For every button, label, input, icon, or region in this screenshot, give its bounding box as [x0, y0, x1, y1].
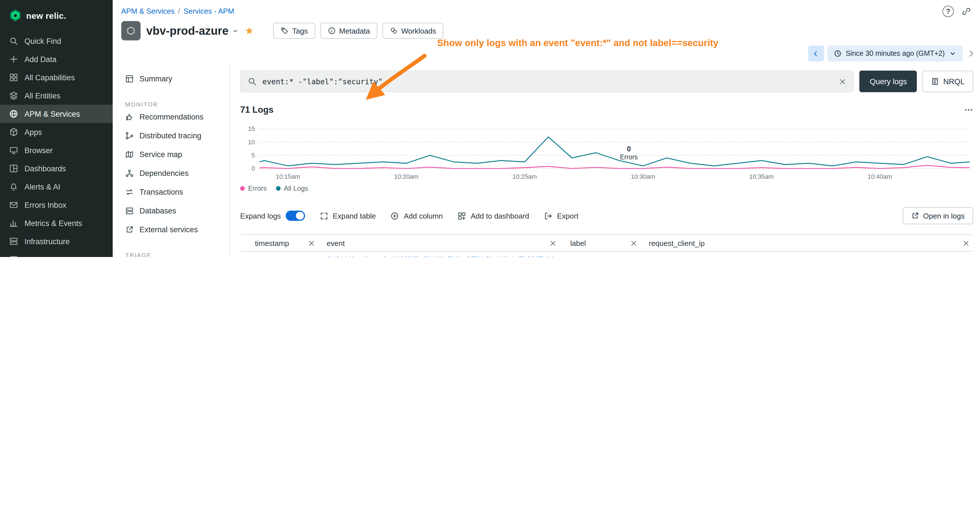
- subnav-section-label: MONITOR: [119, 95, 224, 108]
- logs-count-title: 71 Logs: [240, 105, 274, 115]
- svg-text:10:15am: 10:15am: [276, 173, 300, 180]
- permalink-icon[interactable]: [962, 7, 971, 16]
- time-range-button[interactable]: Since 30 minutes ago (GMT+2): [827, 46, 963, 62]
- clear-query-icon[interactable]: [839, 78, 846, 85]
- svg-text:15: 15: [248, 125, 255, 132]
- time-back-button[interactable]: [808, 46, 824, 62]
- svg-text:10:30am: 10:30am: [631, 173, 655, 180]
- legend-item[interactable]: All Logs: [276, 185, 308, 193]
- sidebar-item[interactable]: All Capabilities: [0, 68, 113, 86]
- more-options-icon[interactable]: [964, 105, 973, 115]
- subnav-item-label: Summary: [140, 75, 172, 83]
- favorite-star-icon[interactable]: [245, 26, 254, 35]
- export-button[interactable]: Export: [544, 212, 579, 220]
- column-header-timestamp: timestamp: [255, 239, 289, 247]
- swap-icon: [125, 188, 134, 196]
- open-in-logs-button[interactable]: Open in logs: [903, 207, 973, 224]
- log-query-input[interactable]: [262, 77, 833, 86]
- breadcrumb: APM & Services / Services - APM: [121, 7, 972, 15]
- log-row[interactable]: JUQVU&code=eyJraWQiOiJjcGltY29yZV8wOTl1M…: [240, 251, 973, 257]
- breadcrumb-separator: /: [178, 7, 180, 15]
- entity-action-button[interactable]: Tags: [274, 23, 315, 39]
- sidebar-item[interactable]: Quick Find: [0, 32, 113, 50]
- time-forward-button[interactable]: [966, 49, 975, 58]
- new-relic-logo-icon: [9, 9, 22, 22]
- logs-icon: [9, 255, 18, 257]
- subnav-item[interactable]: External services: [119, 220, 224, 239]
- remove-column-icon[interactable]: [549, 239, 557, 247]
- sidebar-item[interactable]: Infrastructure: [0, 232, 113, 250]
- expand-logs-toggle[interactable]: Expand logs: [240, 211, 305, 221]
- server-icon: [9, 237, 18, 246]
- deps-icon: [125, 169, 134, 178]
- remove-column-icon[interactable]: [963, 239, 970, 247]
- search-icon: [248, 77, 257, 86]
- sidebar-item-label: All Entities: [24, 91, 60, 100]
- entity-action-button[interactable]: Workloads: [382, 23, 443, 39]
- dark-sidebar: new relic. Quick Find Add Data All: [0, 0, 113, 257]
- sidebar-item[interactable]: Apps: [0, 123, 113, 141]
- sidebar-item-label: All Capabilities: [24, 73, 75, 82]
- legend-item[interactable]: Errors: [240, 185, 267, 193]
- grid-icon: [9, 73, 18, 82]
- log-event-link[interactable]: JUQVU&code=eyJraWQiOiJjcGltY29yZV8wOTl1M…: [327, 256, 556, 257]
- logs-timeseries-chart: 05101510:15am10:20am10:25am10:30am10:35a…: [240, 121, 973, 180]
- subnav-item[interactable]: Transactions: [119, 183, 224, 202]
- query-bar: Query logs NRQL: [240, 71, 973, 92]
- add-to-dashboard-button[interactable]: Add to dashboard: [458, 212, 529, 220]
- expand-table-button[interactable]: Expand table: [320, 212, 376, 220]
- subnav-item-label: Transactions: [140, 188, 183, 196]
- sidebar-item[interactable]: All Entities: [0, 86, 113, 105]
- log-search-box: [240, 71, 854, 92]
- header-top-icons: ?: [942, 6, 971, 17]
- sidebar-item[interactable]: Browser: [0, 141, 113, 159]
- subnav-item[interactable]: Dependencies: [119, 164, 224, 183]
- time-picker: Since 30 minutes ago (GMT+2): [808, 46, 975, 62]
- entity-name-dropdown[interactable]: vbv-prod-azure: [146, 24, 239, 37]
- sidebar-item[interactable]: Errors Inbox: [0, 196, 113, 214]
- sidebar-item[interactable]: Dashboards: [0, 159, 113, 178]
- subnav-item[interactable]: Summary: [119, 70, 224, 88]
- time-range-label: Since 30 minutes ago (GMT+2): [846, 49, 945, 57]
- entity-header: APM & Services / Services - APM ? vbv-pr…: [113, 0, 980, 63]
- subnav-item-label: External services: [140, 225, 198, 234]
- sidebar-item[interactable]: Metrics & Events: [0, 214, 113, 232]
- subnav-item[interactable]: Recommendations: [119, 108, 224, 126]
- new-relic-logo-text: new relic.: [26, 11, 66, 20]
- remove-column-icon[interactable]: [630, 239, 637, 247]
- add-column-button[interactable]: Add column: [391, 212, 443, 220]
- svg-text:5: 5: [251, 152, 255, 159]
- logs-content: Query logs NRQL 71 Logs 05101510:15am10:…: [230, 63, 980, 257]
- sidebar-item[interactable]: Add Data: [0, 50, 113, 68]
- breadcrumb-services-apm[interactable]: Services - APM: [183, 7, 234, 15]
- subnav-item[interactable]: Distributed tracing: [119, 126, 224, 145]
- mail-icon: [9, 201, 18, 210]
- entity-subnav: Summary MONITOR Recommendations: [113, 63, 230, 257]
- breadcrumb-apm-services[interactable]: APM & Services: [121, 7, 175, 15]
- sidebar-item[interactable]: APM & Services: [0, 105, 113, 123]
- tag-icon: [281, 27, 289, 35]
- layers-icon: [9, 91, 18, 100]
- svg-text:10:20am: 10:20am: [394, 173, 418, 180]
- rings-icon: [390, 27, 398, 35]
- query-logs-button[interactable]: Query logs: [859, 71, 917, 92]
- logs-table-rows: JUQVU&code=eyJraWQiOiJjcGltY29yZV8wOTl1M…: [240, 251, 973, 257]
- nrql-button[interactable]: NRQL: [923, 71, 973, 92]
- sidebar-item[interactable]: Logs: [0, 250, 113, 257]
- help-icon[interactable]: ?: [942, 6, 954, 17]
- svg-text:10:40am: 10:40am: [868, 173, 892, 180]
- chart-icon: [9, 219, 18, 228]
- subnav-section-label: TRIAGE: [119, 246, 224, 257]
- subnav-item[interactable]: Service map: [119, 145, 224, 164]
- chevron-right-icon: [966, 49, 975, 58]
- toggle-on[interactable]: [285, 211, 305, 221]
- entity-action-button[interactable]: Metadata: [320, 23, 377, 39]
- remove-column-icon[interactable]: [308, 239, 315, 247]
- globe-icon: [9, 109, 18, 118]
- new-relic-logo[interactable]: new relic.: [0, 0, 113, 29]
- server-icon: [125, 207, 134, 215]
- entity-name: vbv-prod-azure: [146, 24, 229, 37]
- subnav-item[interactable]: Databases: [119, 202, 224, 220]
- sidebar-item-label: APM & Services: [24, 110, 80, 118]
- sidebar-item[interactable]: Alerts & AI: [0, 178, 113, 196]
